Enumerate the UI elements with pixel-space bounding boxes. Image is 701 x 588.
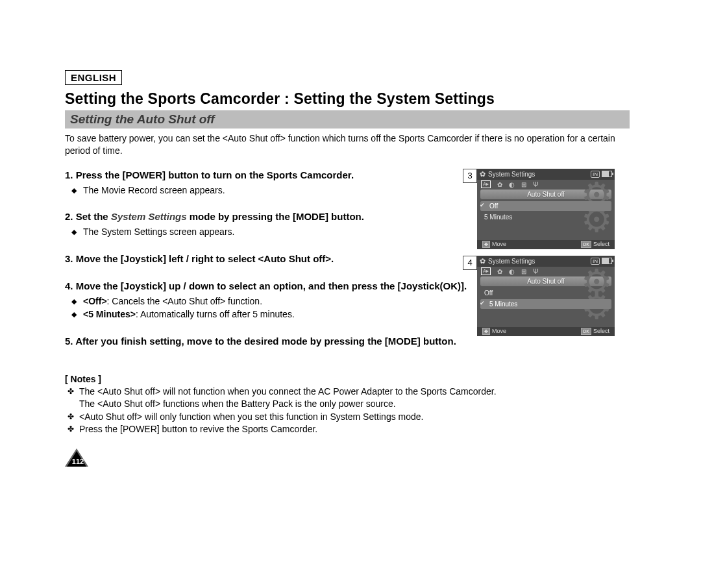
option-off: <Off> (83, 296, 107, 306)
section-heading: Setting the Auto Shut off (65, 110, 630, 129)
step-heading: 3. Move the [Joystick] left / right to s… (65, 252, 467, 265)
ok-key-icon: OK (581, 328, 591, 335)
mode-icon: ✿ (497, 268, 502, 275)
screen-topbar: ✿ System Settings IN (477, 256, 615, 267)
option-label: 5 Minutes (489, 300, 517, 308)
battery-icon (602, 258, 612, 264)
step-heading: 2. Set the System Settings mode by press… (65, 210, 467, 223)
option-5min-desc: : Automatically turns off after 5 minute… (136, 309, 295, 319)
step-text: Move the [Joystick] left / right to sele… (76, 253, 334, 264)
step-subitem: The System Settings screen appears. (83, 226, 467, 238)
mode-icon: Ψ (533, 268, 538, 275)
screen-title: System Settings (488, 258, 535, 265)
note-item: <Auto Shut off> will only function when … (79, 411, 630, 423)
step-heading: 5. After you finish setting, move to the… (65, 335, 467, 348)
mode-icon: ◐ (509, 181, 515, 188)
footer-move-label: Move (492, 328, 506, 334)
note-item: Press the [POWER] button to revive the S… (79, 423, 630, 435)
steps-column: 1. Press the [POWER] button to turn on t… (65, 169, 467, 348)
manual-page: ENGLISH Setting the Sports Camcorder : S… (65, 70, 630, 467)
option-off-desc: : Cancels the <Auto Shut off> function. (107, 296, 262, 306)
option-label: Off (489, 202, 498, 210)
intro-text: To save battery power, you can set the <… (65, 132, 630, 157)
option-5min: 5 Minutes (480, 212, 611, 222)
note-text: The <Auto Shut off> functions when the B… (79, 398, 396, 409)
step-sublist: <Off>: Cancels the <Auto Shut off> funct… (65, 295, 467, 320)
storage-badge: IN (591, 171, 600, 178)
step-heading: 4. Move the [Joystick] up / down to sele… (65, 280, 467, 293)
mode-icon: ⊞ (521, 268, 526, 275)
page-number-badge: 112 (65, 447, 91, 467)
status-icons: IN (591, 258, 612, 265)
step-1: 1. Press the [POWER] button to turn on t… (65, 169, 467, 196)
check-icon: ✔ (480, 202, 485, 208)
mode-icon: A▸ (481, 267, 491, 275)
check-icon: ✔ (480, 300, 485, 306)
notes-heading: [ Notes ] (65, 374, 630, 384)
notes-list: The <Auto Shut off> will not function wh… (65, 386, 630, 436)
mode-icon: Ψ (533, 181, 538, 188)
mode-icon: ✿ (497, 181, 502, 188)
options-list: ✔Off 5 Minutes (480, 201, 611, 222)
footer-select: OKSelect (581, 328, 609, 335)
options-list: Off ✔5 Minutes (480, 288, 611, 309)
device-screen: ⚙⚙ ✿ System Settings IN A▸ ✿ ◐ ⊞ (477, 256, 615, 336)
step-text: mode by pressing the [MODE] button. (187, 211, 364, 222)
step-subitem: The Movie Record screen appears. (83, 184, 467, 196)
ok-key-icon: OK (581, 241, 591, 248)
step-heading: 1. Press the [POWER] button to turn on t… (65, 169, 467, 182)
note-text: The <Auto Shut off> will not function wh… (79, 386, 497, 397)
step-text: After you finish setting, move to the de… (75, 336, 456, 347)
status-icons: IN (591, 171, 612, 178)
step-sublist: The System Settings screen appears. (65, 226, 467, 238)
gear-icon: ✿ (480, 170, 486, 178)
mode-icon-row: A▸ ✿ ◐ ⊞ Ψ (477, 267, 615, 276)
footer-move: ✥Move (482, 328, 506, 335)
option-5min: <5 Minutes> (83, 309, 136, 319)
page-number: 112 (65, 458, 91, 465)
step-sublist: The Movie Record screen appears. (65, 184, 467, 196)
footer-select-label: Select (593, 328, 609, 334)
page-title: Setting the Sports Camcorder : Setting t… (65, 90, 630, 108)
step-5: 5. After you finish setting, move to the… (65, 335, 467, 348)
step-subitem: <Off>: Cancels the <Auto Shut off> funct… (83, 295, 467, 307)
step-text: Set the (76, 211, 111, 222)
step-text: Move the [Joystick] up / down to select … (76, 280, 467, 291)
setting-tab: Auto Shut off (480, 276, 611, 286)
option-off: ✔Off (480, 201, 611, 211)
note-item: The <Auto Shut off> will not function wh… (79, 386, 630, 410)
preview-number: 3 (463, 169, 477, 183)
preview-3: 3 ⚙⚙ ✿ System Settings IN A▸ ✿ ◐ (477, 169, 628, 249)
language-tag: ENGLISH (65, 70, 122, 85)
preview-4: 4 ⚙⚙ ✿ System Settings IN A▸ ✿ ◐ (477, 256, 628, 336)
storage-badge: IN (591, 258, 600, 265)
footer-select: OKSelect (581, 241, 609, 248)
move-key-icon: ✥ (482, 241, 490, 248)
setting-tab: Auto Shut off (480, 190, 611, 199)
move-key-icon: ✥ (482, 328, 490, 335)
mode-icon: A▸ (481, 180, 491, 188)
device-screen: ⚙⚙ ✿ System Settings IN A▸ ✿ ◐ ⊞ (477, 169, 615, 249)
option-off: Off (480, 288, 611, 298)
device-previews: 3 ⚙⚙ ✿ System Settings IN A▸ ✿ ◐ (477, 169, 628, 343)
mode-icon-row: A▸ ✿ ◐ ⊞ Ψ (477, 180, 615, 190)
step-subitem: <5 Minutes>: Automatically turns off aft… (83, 308, 467, 320)
footer-move-label: Move (492, 241, 506, 247)
mode-icon: ◐ (509, 268, 515, 275)
step-4: 4. Move the [Joystick] up / down to sele… (65, 280, 467, 321)
footer-move: ✥Move (482, 241, 506, 248)
battery-icon (602, 171, 612, 177)
content-row: 1. Press the [POWER] button to turn on t… (65, 169, 630, 348)
screen-footer: ✥Move OKSelect (477, 240, 615, 249)
step-3: 3. Move the [Joystick] left / right to s… (65, 252, 467, 265)
screen-title: System Settings (488, 171, 535, 178)
step-2: 2. Set the System Settings mode by press… (65, 210, 467, 238)
step-text: Press the [POWER] button to turn on the … (76, 169, 354, 180)
preview-number: 4 (463, 256, 477, 270)
screen-footer: ✥Move OKSelect (477, 327, 615, 336)
footer-select-label: Select (593, 241, 609, 247)
option-5min: ✔5 Minutes (480, 299, 611, 309)
gear-icon: ✿ (480, 257, 486, 265)
mode-icon: ⊞ (521, 181, 526, 188)
system-settings-em: System Settings (111, 211, 187, 222)
